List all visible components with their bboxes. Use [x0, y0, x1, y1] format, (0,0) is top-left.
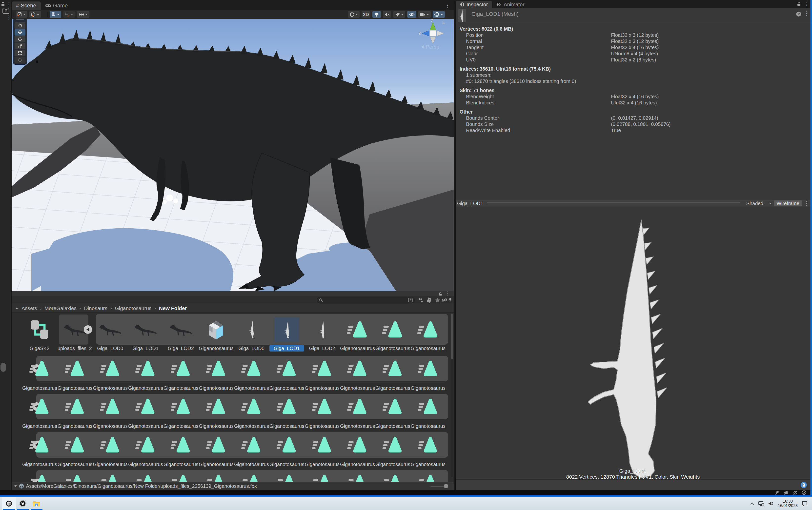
unlock-icon[interactable]	[1, 2, 5, 6]
asset-label[interactable]: Giganotosaurus...	[305, 423, 339, 429]
taskbar-unity-button[interactable]	[2, 497, 16, 510]
asset-label[interactable]: Giga_LOD2	[164, 345, 198, 352]
asset-thumbnail[interactable]	[170, 434, 192, 456]
asset-thumbnail[interactable]	[311, 357, 333, 380]
asset-thumbnail[interactable]	[64, 395, 86, 418]
grid-snap-button[interactable]	[63, 11, 75, 18]
asset-label[interactable]: Giganotosaurus...	[269, 423, 304, 429]
asset-thumbnail[interactable]	[311, 434, 333, 456]
breadcrumb-item[interactable]: New Folder	[159, 305, 187, 311]
asset-label[interactable]: Giganotosaurus...	[93, 385, 127, 391]
preview-splitter-bar[interactable]: Giga_LOD1 Shaded Wireframe ⋮	[456, 200, 810, 207]
tab-game[interactable]: Game	[41, 1, 72, 10]
asset-thumbnail[interactable]	[205, 434, 227, 456]
scene-viewport[interactable]: y z Persp	[11, 19, 454, 291]
asset-label[interactable]: Giganotosaurus...	[375, 345, 410, 352]
asset-label[interactable]: Giga_LOD0	[234, 345, 269, 352]
search-by-type-icon[interactable]	[418, 297, 423, 303]
asset-thumbnail[interactable]	[276, 357, 298, 380]
gizmos-toggle-button[interactable]	[433, 11, 445, 18]
asset-thumbnail[interactable]	[134, 357, 156, 380]
header-menu-icon[interactable]: ⋮	[804, 11, 809, 16]
collapse-triangle-icon[interactable]	[15, 307, 19, 309]
asset-thumbnail[interactable]	[205, 357, 227, 380]
asset-label[interactable]: Giga_LOD1	[269, 345, 304, 352]
asset-thumbnail[interactable]	[170, 472, 192, 482]
asset-thumbnail[interactable]	[417, 434, 439, 456]
asset-label[interactable]: Giganotosaurus...	[93, 423, 127, 429]
breadcrumb-item[interactable]: MoreGalaxies	[45, 305, 77, 311]
lighting-toggle-button[interactable]	[372, 11, 381, 18]
search-box[interactable]	[317, 297, 415, 303]
asset-thumbnail[interactable]	[240, 434, 262, 456]
asset-thumbnail[interactable]	[346, 472, 369, 482]
asset-thumbnail[interactable]	[28, 357, 51, 380]
asset-label[interactable]: Giganotosaurus...	[340, 461, 375, 468]
asset-thumbnail[interactable]	[276, 434, 298, 456]
asset-label[interactable]: Giganotosaurus...	[375, 461, 410, 468]
asset-label[interactable]: Giganotosaurus...	[128, 423, 163, 429]
asset-label[interactable]: Giganotosaurus...	[305, 385, 339, 391]
asset-thumbnail[interactable]	[240, 357, 262, 380]
asset-label[interactable]: GigaSK2	[22, 345, 57, 352]
asset-label[interactable]: Giga_LOD1	[128, 345, 163, 352]
asset-label[interactable]: Giganotosaurus...	[58, 423, 92, 429]
transform-tool-button[interactable]	[14, 57, 25, 63]
scale-tool-button[interactable]	[14, 43, 25, 49]
asset-thumbnail[interactable]	[170, 395, 192, 418]
asset-label[interactable]: Giga_LOD2	[305, 345, 339, 352]
collapse-subassets-button[interactable]	[84, 325, 92, 334]
asset-thumbnail[interactable]	[204, 317, 228, 342]
preview-shading-dropdown[interactable]: Shaded	[744, 201, 774, 206]
asset-thumbnail[interactable]	[276, 395, 298, 418]
hidden-items-count[interactable]: 6	[441, 297, 451, 303]
asset-thumbnail[interactable]	[417, 395, 439, 418]
asset-thumbnail[interactable]	[168, 317, 193, 342]
asset-thumbnail[interactable]	[27, 317, 52, 342]
asset-thumbnail[interactable]	[64, 357, 86, 380]
asset-thumbnail[interactable]	[381, 472, 404, 482]
assetbundle-tag-button[interactable]	[801, 482, 807, 488]
asset-label[interactable]: Giganotosaurus...	[128, 461, 163, 468]
asset-thumbnail[interactable]	[134, 395, 156, 418]
asset-label[interactable]: Giganotosaurus...	[22, 423, 57, 429]
maximize-icon[interactable]	[2, 8, 9, 14]
asset-thumbnail[interactable]	[381, 357, 404, 380]
notification-center-icon[interactable]	[802, 501, 808, 506]
hidden-objects-button[interactable]	[407, 11, 416, 18]
tray-expand-icon[interactable]	[750, 502, 754, 505]
asset-thumbnail[interactable]	[134, 434, 156, 456]
rect-tool-button[interactable]	[14, 50, 25, 56]
asset-thumbnail[interactable]	[28, 472, 51, 482]
effects-toggle-button[interactable]	[393, 11, 405, 18]
asset-label[interactable]: Giganotosaurus...	[199, 345, 233, 352]
asset-thumbnail[interactable]	[205, 395, 227, 418]
asset-label[interactable]: Giganotosaurus...	[234, 423, 269, 429]
asset-thumbnail[interactable]	[311, 395, 333, 418]
asset-thumbnail[interactable]	[345, 317, 370, 342]
asset-label[interactable]: Giganotosaurus...	[411, 345, 445, 352]
asset-thumbnail[interactable]	[276, 472, 298, 482]
asset-label[interactable]: Giganotosaurus...	[269, 461, 304, 468]
tab-animator[interactable]: Animator	[492, 1, 529, 8]
shading-mode-button[interactable]	[348, 11, 359, 18]
asset-thumbnail[interactable]	[417, 357, 439, 380]
favorites-star-icon[interactable]	[435, 297, 440, 303]
asset-thumbnail[interactable]	[381, 395, 404, 418]
asset-thumbnail[interactable]	[380, 317, 405, 342]
asset-label[interactable]: Giganotosaurus...	[234, 385, 269, 391]
breadcrumb-item[interactable]: Assets	[22, 305, 37, 311]
asset-label[interactable]: Giganotosaurus...	[128, 385, 163, 391]
preview-drag-handle[interactable]	[487, 203, 741, 204]
refresh-disabled-icon[interactable]	[793, 490, 798, 495]
asset-thumbnail[interactable]	[134, 472, 156, 482]
mesh-preview[interactable]: Giga_LOD1 8022 Vertices, 12870 Triangles…	[456, 207, 810, 479]
asset-label[interactable]: Giganotosaurus...	[411, 461, 445, 468]
view-lock-icon[interactable]	[442, 21, 445, 25]
asset-label[interactable]: Giganotosaurus...	[199, 423, 233, 429]
project-scrollbar[interactable]	[451, 312, 453, 477]
asset-thumbnail[interactable]	[417, 472, 439, 482]
asset-label[interactable]: Giganotosaurus...	[269, 385, 304, 391]
thumbnail-size-slider[interactable]	[431, 486, 448, 486]
asset-thumbnail[interactable]	[311, 472, 333, 482]
